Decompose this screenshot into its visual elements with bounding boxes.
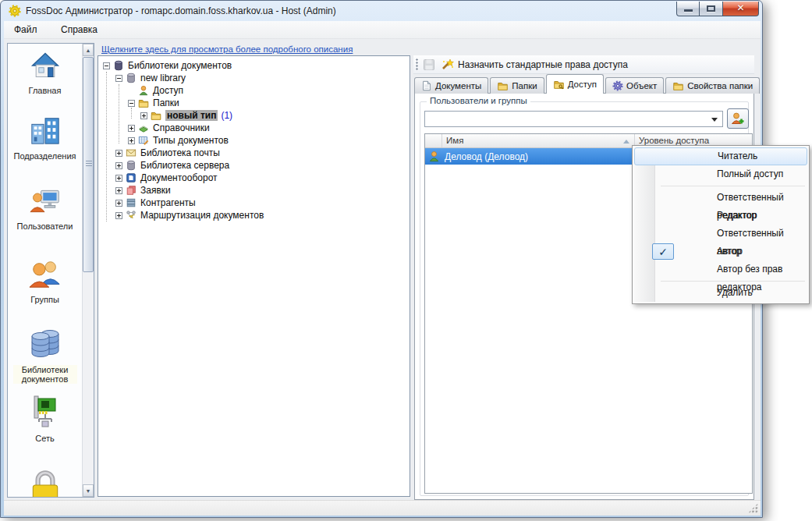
collapse-icon[interactable] [128, 100, 135, 107]
folder-icon [138, 97, 149, 108]
folder-icon [151, 110, 161, 121]
status-bar [4, 500, 761, 516]
scroll-down-button[interactable]: ▼ [83, 484, 94, 497]
add-user-icon [731, 112, 745, 126]
tree-item-document-libraries[interactable]: Библиотеки документов [103, 59, 410, 72]
close-icon: ✕ [723, 2, 758, 13]
user-group-combobox[interactable] [424, 111, 723, 127]
icon-column-header[interactable] [425, 134, 442, 147]
add-user-button[interactable] [727, 108, 749, 129]
sidebar-item-document-libraries[interactable]: Библиотеки документов [8, 326, 82, 385]
tab-label: Документы [435, 81, 481, 90]
database-gray-icon [126, 73, 137, 83]
sidebar-item-departments[interactable]: Подразделения [8, 114, 82, 161]
tree-guide-line [119, 84, 119, 144]
access-toolbar: Назначить стандартные права доступа [413, 55, 754, 74]
save-icon[interactable] [423, 58, 435, 71]
tree-item-mail-library[interactable]: Библиотека почты [115, 147, 410, 159]
menu-item-full-access[interactable]: Полный доступ [634, 165, 807, 183]
close-button[interactable]: ✕ [723, 2, 759, 16]
column-label: Имя [446, 136, 463, 145]
resize-grip[interactable] [748, 503, 758, 513]
menu-help[interactable]: Справка [51, 21, 108, 39]
scroll-thumb-grip [86, 161, 92, 167]
minimize-button[interactable] [676, 2, 700, 16]
folder-icon [672, 80, 684, 91]
expand-icon[interactable] [140, 112, 147, 119]
app-gear-icon [9, 5, 21, 17]
sidebar-item-label: Главная [8, 86, 82, 95]
menu-item-author[interactable]: Автор [634, 243, 807, 260]
name-column-header[interactable]: Имя [442, 134, 635, 147]
expand-icon[interactable] [115, 187, 122, 194]
tree-item-requests[interactable]: Заявки [115, 184, 410, 197]
tree-item-folders[interactable]: Папки [128, 97, 410, 109]
menu-item-delete[interactable]: Удалить [634, 284, 807, 302]
tree: Библиотеки документов new library Доступ… [98, 56, 410, 222]
expand-icon[interactable] [115, 200, 122, 207]
scroll-thumb[interactable] [83, 57, 94, 272]
sidebar-item-security[interactable] [8, 468, 82, 498]
tree-guide-line [106, 72, 107, 222]
chevron-down-icon [711, 118, 718, 125]
window-controls: ✕ [676, 2, 759, 16]
tree-item-label: Заявки [140, 185, 171, 196]
expand-icon[interactable] [115, 175, 122, 182]
menu-item-responsible-editor[interactable]: Ответственный редактор [634, 189, 807, 207]
sidebar-scrollbar[interactable]: ▲ ▼ [82, 44, 94, 497]
mail-icon [126, 147, 137, 158]
sidebar-item-groups[interactable]: Группы [8, 257, 82, 304]
tree-item-references[interactable]: Справочники [128, 122, 410, 134]
toolbar-grip[interactable] [416, 58, 419, 71]
tab-access[interactable]: Доступ [546, 74, 604, 94]
tree-item-access[interactable]: Доступ [128, 84, 410, 97]
collapse-icon[interactable] [115, 75, 122, 82]
magic-wand-icon[interactable] [441, 58, 454, 71]
tree-item-document-routing[interactable]: Маршрутизация документов [115, 209, 410, 222]
tree-item-document-types[interactable]: Типы документов [128, 134, 410, 147]
scroll-up-button[interactable]: ▲ [83, 44, 94, 56]
tree-item-label: Библиотека почты [140, 147, 220, 158]
tab-folder-properties[interactable]: Свойства папки [665, 77, 760, 94]
tree-item-contractors[interactable]: Контрагенты [115, 197, 410, 209]
expand-icon[interactable] [128, 125, 135, 132]
route-icon [126, 210, 137, 221]
sidebar-item-home[interactable]: Главная [8, 50, 82, 95]
collapse-icon[interactable] [103, 62, 110, 69]
menu-file[interactable]: Файл [4, 21, 48, 39]
minimize-icon [684, 9, 693, 12]
description-link[interactable]: Щелкните здесь для просмотра более подро… [101, 44, 353, 54]
menu-item-editor[interactable]: Редактор [634, 207, 807, 225]
expand-icon[interactable] [115, 212, 122, 219]
maximize-button[interactable] [700, 2, 723, 16]
expand-icon[interactable] [128, 137, 135, 144]
assign-standard-rights-button[interactable]: Назначить стандартные права доступа [458, 59, 628, 70]
table-icon [138, 135, 149, 146]
sidebar-item-network[interactable]: Сеть [8, 395, 82, 443]
databases-icon [27, 326, 63, 360]
expand-icon[interactable] [115, 162, 122, 169]
tab-object[interactable]: Объект [605, 77, 664, 94]
column-label: Уровень доступа [639, 136, 709, 145]
home-icon [28, 50, 62, 81]
cards-icon [126, 197, 137, 208]
network-card-icon [28, 395, 62, 429]
titlebar[interactable]: FossDoc Администратор - romapc.domain.fo… [1, 1, 762, 21]
menu-item-responsible-author[interactable]: Ответственный автор [634, 225, 807, 243]
groupbox-label: Пользователи и группы [427, 96, 530, 105]
sidebar-item-users[interactable]: Пользователи [8, 186, 82, 231]
tab-label: Объект [626, 81, 657, 90]
tree-item-label-selected: новый тип [165, 110, 218, 121]
tree-item-server-library[interactable]: Библиотека сервера [115, 159, 410, 172]
menu-item-reader[interactable]: Читатель [634, 147, 807, 165]
book-icon [138, 122, 149, 133]
tab-folders[interactable]: Папки [490, 77, 544, 94]
tree-item-label: Доступ [153, 85, 183, 96]
document-red-icon [126, 185, 137, 196]
tree-item-new-type[interactable]: новый тип (1) [140, 109, 410, 122]
menu-item-author-no-editor-rights[interactable]: Автор без прав редактора [634, 260, 807, 278]
tree-item-new-library[interactable]: new library [115, 72, 410, 84]
tab-documents[interactable]: Документы [414, 77, 488, 94]
tree-item-document-flow[interactable]: Документооборот [115, 172, 410, 184]
expand-icon[interactable] [115, 150, 122, 157]
